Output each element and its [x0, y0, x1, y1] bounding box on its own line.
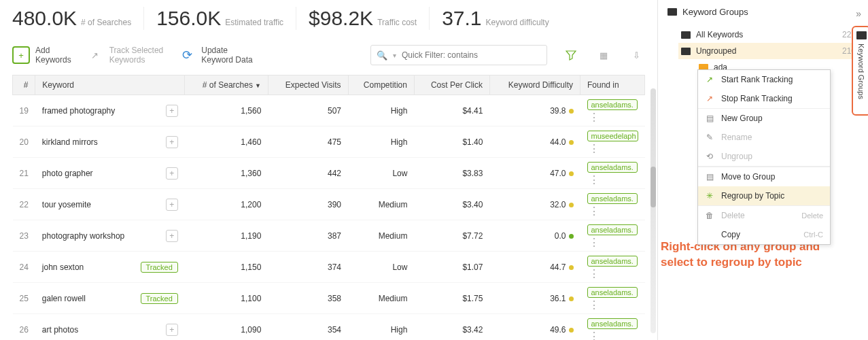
track-selected-button[interactable]: ↗ Track SelectedKeywords: [86, 46, 164, 65]
cell-kd: 0.0: [489, 220, 580, 252]
refresh-icon: ⟳: [178, 46, 196, 64]
context-menu-item: ⟲Ungroup: [698, 147, 830, 167]
cell-found: anseladams.⋮: [580, 314, 645, 341]
cell-kd: 47.0: [489, 158, 580, 189]
table-row[interactable]: 21 photo grapher + 1,360 442 Low $3.83 4…: [13, 158, 645, 189]
cell-kd: 32.0: [489, 189, 580, 220]
add-keyword-button[interactable]: +: [166, 105, 178, 117]
context-menu-label: Rename: [721, 133, 752, 142]
toolbar-label: Keywords: [109, 55, 164, 65]
keyword-text: art photos: [42, 325, 78, 335]
table-row[interactable]: 23 photography workshop + 1,190 387 Medi…: [13, 220, 645, 252]
cell-searches: 1,150: [185, 252, 268, 283]
context-menu-item[interactable]: ↗Stop Rank Tracking: [698, 89, 830, 109]
context-menu-item: 🗑DeleteDelete: [698, 206, 830, 225]
col-kd[interactable]: Keyword Difficulty: [489, 75, 580, 95]
table-row[interactable]: 24 john sexton Tracked 1,150 374 Low $1.…: [13, 252, 645, 283]
cell-searches: 1,360: [185, 158, 268, 189]
grid-icon[interactable]: ▦: [595, 46, 612, 64]
cell-competition: High: [348, 95, 414, 126]
col-visits[interactable]: Expected Visits: [268, 75, 348, 95]
cell-keyword: art photos +: [35, 314, 185, 341]
col-num[interactable]: #: [13, 75, 35, 95]
found-in-chip[interactable]: anseladams.: [587, 256, 638, 267]
found-in-chip[interactable]: anseladams.: [587, 287, 638, 298]
found-in-chip[interactable]: anseladams.: [587, 318, 638, 329]
table-row[interactable]: 19 framed photography + 1,560 507 High $…: [13, 95, 645, 126]
keyword-text: photo grapher: [42, 169, 93, 178]
col-searches[interactable]: # of Searches▼: [185, 75, 268, 95]
more-icon[interactable]: ⋮: [589, 112, 600, 123]
more-icon[interactable]: ⋮: [589, 143, 600, 154]
context-menu-item[interactable]: ↗Start Rank Tracking: [698, 70, 830, 89]
more-icon[interactable]: ⋮: [589, 205, 600, 217]
cell-searches: 1,100: [185, 283, 268, 314]
toolbar-label: Keyword Data: [201, 55, 252, 65]
context-menu-icon: ✎: [705, 133, 714, 142]
collapse-sidebar-button[interactable]: »: [856, 8, 861, 19]
keyword-groups-tab-handle[interactable]: Keyword Groups: [852, 26, 868, 116]
table-row[interactable]: 25 galen rowell Tracked 1,100 358 Medium…: [13, 283, 645, 314]
col-keyword[interactable]: Keyword: [35, 75, 185, 95]
cell-cpc: $4.41: [414, 95, 489, 126]
add-keyword-button[interactable]: +: [166, 136, 178, 148]
context-menu-item[interactable]: ✳Regroup by Topic: [698, 186, 830, 206]
context-menu-icon: ▤: [705, 172, 714, 182]
toolbar: + AddKeywords ↗ Track SelectedKeywords ⟳…: [12, 39, 645, 75]
found-in-chip[interactable]: museedelaph: [587, 131, 638, 141]
add-keywords-button[interactable]: + AddKeywords: [12, 46, 71, 65]
metric-value: $98.2K: [309, 7, 373, 30]
cell-kd: 44.0: [489, 126, 580, 158]
cell-cpc: $1.75: [414, 283, 489, 314]
table-row[interactable]: 20 kirkland mirrors + 1,460 475 High $1.…: [13, 126, 645, 158]
table-row[interactable]: 22 tour yosemite + 1,200 390 Medium $3.4…: [13, 189, 645, 220]
add-keyword-button[interactable]: +: [166, 230, 178, 242]
table-row[interactable]: 26 art photos + 1,090 354 High $3.42 49.…: [13, 314, 645, 341]
keyword-text: kirkland mirrors: [42, 137, 98, 147]
update-keyword-data-button[interactable]: ⟳ UpdateKeyword Data: [178, 46, 252, 65]
cell-keyword: kirkland mirrors +: [35, 126, 185, 158]
context-menu-item[interactable]: CopyCtrl-C: [698, 225, 830, 244]
sidebar-item-ungrouped[interactable]: Ungrouped 210: [678, 43, 858, 59]
metric-kw-difficulty: 37.1 Keyword difficulty: [442, 7, 561, 30]
more-icon[interactable]: ⋮: [589, 237, 600, 248]
quick-filter-input[interactable]: [402, 50, 541, 60]
quick-filter[interactable]: 🔍 ▾: [370, 45, 547, 65]
col-competition[interactable]: Competition: [348, 75, 414, 95]
scrollbar-thumb[interactable]: [650, 167, 656, 207]
tracked-badge: Tracked: [141, 262, 178, 273]
found-in-chip[interactable]: anseladams.: [587, 162, 638, 173]
difficulty-dot-icon: [569, 296, 574, 301]
add-keyword-button[interactable]: +: [166, 324, 178, 336]
filter-icon[interactable]: [562, 46, 580, 64]
cell-competition: Low: [348, 252, 414, 283]
scrollbar-track[interactable]: [650, 88, 656, 333]
more-icon[interactable]: ⋮: [589, 330, 600, 340]
add-keyword-button[interactable]: +: [166, 167, 178, 180]
context-menu-item[interactable]: ▤Move to Group: [698, 167, 830, 186]
col-found[interactable]: Found in: [580, 75, 645, 95]
context-menu-label: Start Rank Tracking: [721, 75, 793, 84]
found-in-chip[interactable]: anseladams.: [587, 224, 638, 235]
metric-value: 480.0K: [12, 7, 77, 30]
cell-keyword: photography workshop +: [35, 220, 185, 252]
more-icon[interactable]: ⋮: [589, 174, 600, 186]
context-menu-item[interactable]: ▤New Group: [698, 109, 830, 128]
context-menu-shortcut: Ctrl-C: [803, 231, 823, 239]
found-in-chip[interactable]: anseladams.: [587, 99, 638, 110]
export-icon[interactable]: ⇩: [627, 46, 645, 64]
more-icon[interactable]: ⋮: [589, 268, 600, 279]
add-keyword-button[interactable]: +: [166, 199, 178, 211]
col-cpc[interactable]: Cost Per Click: [414, 75, 489, 95]
cell-searches: 1,200: [185, 189, 268, 220]
metric-value: 37.1: [442, 7, 481, 30]
more-icon[interactable]: ⋮: [589, 299, 600, 311]
found-in-chip[interactable]: anseladams.: [587, 193, 638, 204]
cell-searches: 1,190: [185, 220, 268, 252]
cell-keyword: framed photography +: [35, 95, 185, 126]
cell-visits: 354: [268, 314, 348, 341]
context-menu-shortcut: Delete: [801, 211, 823, 220]
chevron-down-icon[interactable]: ▾: [393, 52, 396, 59]
sidebar-item-all-keywords[interactable]: All Keywords 227: [678, 27, 858, 43]
plus-icon: +: [12, 46, 30, 64]
